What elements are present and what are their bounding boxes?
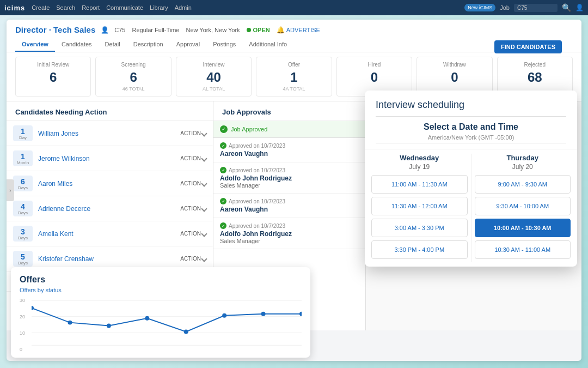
find-candidates-button[interactable]: FIND CANDIDATES xyxy=(494,40,562,53)
stat-total-interview: AL TOTAL xyxy=(180,86,248,92)
stat-screening: Screening 6 46 TOTAL xyxy=(95,57,171,96)
approved-on-1: ✓ Approved on 10/7/2023 xyxy=(220,167,359,173)
day-badge-4: 3 Days xyxy=(13,226,33,242)
day-unit-4: Days xyxy=(15,236,30,240)
action-btn-4[interactable]: ACTION xyxy=(180,231,206,237)
candidate-item-4: 3 Days Amelia Kent ACTION xyxy=(7,221,213,246)
tab-candidates[interactable]: Candidates xyxy=(55,38,99,52)
stat-label-screening: Screening xyxy=(99,62,167,68)
slot-wed-1[interactable]: 11:30 AM - 12:00 AM xyxy=(371,197,468,215)
approved-on-2: ✓ Approved on 10/7/2023 xyxy=(220,198,359,204)
advertise-badge[interactable]: 🔔 ADVERTISE xyxy=(277,26,320,34)
candidate-name-2[interactable]: Aaron Miles xyxy=(38,180,175,188)
job-approved-badge: ✓ Job Approved xyxy=(213,121,365,138)
slot-thu-3[interactable]: 10:30 AM - 11:00 AM xyxy=(475,240,571,259)
timezone-label: America/New York (GMT -05:00) xyxy=(376,134,566,141)
approver-name-0: Aareon Vaughn xyxy=(220,150,359,158)
day-unit-0: Day xyxy=(15,135,30,140)
job-header: Director · Tech Sales 👤 C75 Regular Full… xyxy=(7,20,581,52)
tab-postings[interactable]: Postings xyxy=(206,38,242,52)
approver-name-3: Adolfo John Rodriguez xyxy=(220,230,359,238)
approver-role-3: Sales Manager xyxy=(220,238,359,244)
slot-thu-1[interactable]: 9:30 AM - 10:00 AM xyxy=(475,197,571,215)
check-icon: ✓ xyxy=(220,125,228,133)
candidate-name-0[interactable]: William Jones xyxy=(38,130,175,137)
user-icon[interactable]: 👤 xyxy=(575,4,584,11)
stat-total-offer: 4A TOTAL xyxy=(260,86,328,92)
stat-label-hired: Hired xyxy=(340,62,408,68)
nav-admin[interactable]: Admin xyxy=(175,4,192,11)
day-unit-3: Days xyxy=(15,210,30,215)
nav-library[interactable]: Library xyxy=(150,4,168,11)
status-dot xyxy=(247,28,251,32)
slot-wed-0[interactable]: 11:00 AM - 11:30 AM xyxy=(371,175,468,194)
action-btn-0[interactable]: ACTION xyxy=(180,130,206,136)
approval-entry-1: ✓ Approved on 10/7/2023 Adolfo John Rodr… xyxy=(213,162,365,194)
thursday-date: July 20 xyxy=(475,163,571,171)
slot-wed-2[interactable]: 3:00 AM - 3:30 PM xyxy=(371,219,468,237)
stat-number-withdraw: 0 xyxy=(420,70,488,85)
stat-label-withdraw: Withdraw xyxy=(420,62,488,68)
tab-additional-info[interactable]: Additional Info xyxy=(242,38,293,52)
user-icon-small: 👤 xyxy=(101,26,109,34)
day-unit-5: Days xyxy=(15,261,30,266)
day-unit-2: Days xyxy=(15,185,30,190)
slot-wed-3[interactable]: 3:30 PM - 4:00 PM xyxy=(371,240,468,259)
svg-point-7 xyxy=(145,316,149,321)
day-num-1: 1 xyxy=(15,153,30,160)
nav-communicate[interactable]: Communicate xyxy=(106,4,143,11)
offers-panel: Offers Offers by status 30 20 10 0 xyxy=(11,267,310,358)
status-label: OPEN xyxy=(253,27,270,33)
nav-create[interactable]: Create xyxy=(32,4,50,11)
main-card: Director · Tech Sales 👤 C75 Regular Full… xyxy=(7,20,581,361)
search-input[interactable] xyxy=(514,4,558,12)
slot-thu-0[interactable]: 9:00 AM - 9:30 AM xyxy=(475,175,571,194)
day-badge-1: 1 Month xyxy=(13,150,33,166)
approvals-panel-title: Job Approvals xyxy=(213,101,365,121)
action-btn-1[interactable]: ACTION xyxy=(180,155,206,161)
job-status: OPEN xyxy=(247,27,270,33)
candidate-name-4[interactable]: Amelia Kent xyxy=(38,230,175,238)
candidate-name-1[interactable]: Jerome Wilkinson xyxy=(38,155,175,162)
action-btn-5[interactable]: ACTION xyxy=(180,256,206,262)
approval-entry-0: ✓ Approved on 10/7/2023 Aareon Vaughn xyxy=(213,138,365,162)
stat-number-interview: 40 xyxy=(180,70,248,85)
candidate-name-3[interactable]: Adrienne Decerce xyxy=(38,205,175,213)
top-nav: icims Create Search Report Communicate L… xyxy=(0,0,588,15)
offers-subtitle: Offers by status xyxy=(20,287,302,293)
column-divider xyxy=(471,154,471,262)
date-col-wednesday: Wednesday July 19 11:00 AM - 11:30 AM 11… xyxy=(371,154,468,262)
search-icon[interactable]: 🔍 xyxy=(562,3,571,12)
stat-number-screening: 6 xyxy=(99,70,167,85)
tab-description[interactable]: Description xyxy=(127,38,170,52)
candidate-name-5[interactable]: Kristofer Crenshaw xyxy=(38,255,175,263)
svg-point-9 xyxy=(222,313,226,318)
slot-thu-2[interactable]: 10:00 AM - 10:30 AM xyxy=(475,219,571,237)
candidate-item-1: 1 Month Jerome Wilkinson ACTION xyxy=(7,146,213,171)
check-icon-small-3: ✓ xyxy=(220,222,226,229)
thursday-header: Thursday xyxy=(475,154,571,162)
action-btn-2[interactable]: ACTION xyxy=(180,180,206,186)
advertise-label: ADVERTISE xyxy=(286,27,320,33)
candidate-item-0: 1 Day William Jones ACTION xyxy=(7,121,213,146)
stat-label-interview: Interview xyxy=(180,62,248,68)
tab-approval[interactable]: Approval xyxy=(170,38,206,52)
approval-entry-2: ✓ Approved on 10/7/2023 Aareon Vaughn xyxy=(213,194,365,218)
select-datetime-label: Select a Date and Time xyxy=(376,122,566,132)
job-id: C75 xyxy=(114,27,125,33)
day-num-0: 1 xyxy=(15,128,30,135)
stat-label-initial-review: Initial Review xyxy=(19,62,87,68)
y-label-20: 20 xyxy=(20,314,29,319)
stat-total-screening: 46 TOTAL xyxy=(99,86,167,92)
sidebar-collapse-arrow[interactable]: › xyxy=(7,179,14,201)
stat-interview: Interview 40 AL TOTAL xyxy=(176,57,252,96)
tab-detail[interactable]: Detail xyxy=(99,38,127,52)
nav-search[interactable]: Search xyxy=(56,4,75,11)
nav-report[interactable]: Report xyxy=(82,4,100,11)
action-btn-3[interactable]: ACTION xyxy=(180,206,206,212)
day-num-4: 3 xyxy=(15,228,30,236)
interview-modal: Interview scheduling Select a Date and T… xyxy=(365,91,577,267)
offers-title: Offers xyxy=(20,275,302,285)
tab-overview[interactable]: Overview xyxy=(15,38,55,52)
chart-svg xyxy=(32,298,302,346)
